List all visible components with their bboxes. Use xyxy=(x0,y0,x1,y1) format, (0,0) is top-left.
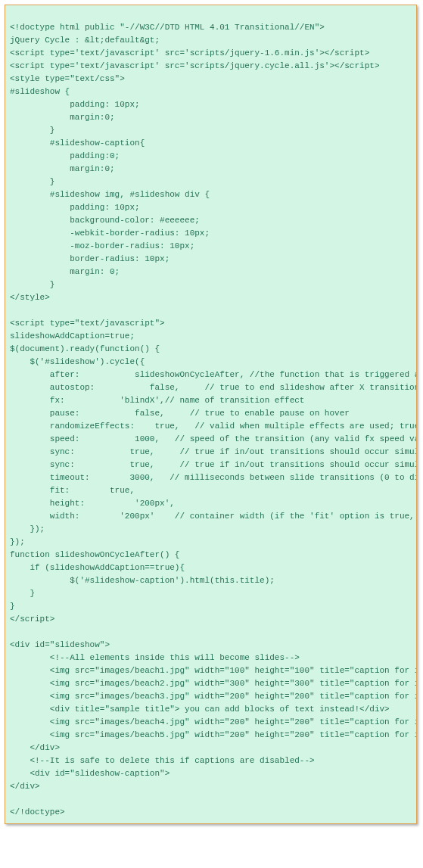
code-line: autostop: false, // true to end slidesho… xyxy=(10,383,417,392)
code-line: <!--All elements inside this will become… xyxy=(10,653,300,662)
code-line: } xyxy=(10,602,15,611)
code-line: } xyxy=(10,280,54,289)
code-line: <div title="sample title"> you can add b… xyxy=(10,705,390,714)
code-line: </style> xyxy=(10,293,50,302)
code-line: $('#slideshow').cycle({ xyxy=(10,357,145,366)
code-line: </script> xyxy=(10,614,54,624)
code-line: $(document).ready(function() { xyxy=(10,344,160,353)
code-line: margin:0; xyxy=(10,164,115,173)
code-line: sync: true, // true if in/out transition… xyxy=(10,447,417,456)
code-line: </!doctype> xyxy=(10,807,65,817)
code-line: }); xyxy=(10,537,25,546)
code-line: } xyxy=(10,126,54,135)
code-line: width: '200px' // container width (if th… xyxy=(10,512,417,521)
code-line: #slideshow-caption{ xyxy=(10,138,145,148)
code-line: if (slideshowAddCaption==true){ xyxy=(10,563,185,572)
code-line: </div> xyxy=(10,743,60,752)
code-line: <script type='text/javascript' src='scri… xyxy=(10,61,379,70)
code-line: jQuery Cycle : &lt;default&gt; xyxy=(10,36,160,45)
code-line: }); xyxy=(10,524,45,534)
code-line: background-color: #eeeeee; xyxy=(10,216,200,225)
code-line: margin:0; xyxy=(10,113,115,122)
code-line: timeout: 3000, // milliseconds between s… xyxy=(10,473,417,482)
code-line: sync: true, // true if in/out transition… xyxy=(10,460,417,469)
code-line: <style type="text/css"> xyxy=(10,74,125,83)
code-line: <img src="images/beach4.jpg" width="200"… xyxy=(10,717,417,726)
code-line: -webkit-border-radius: 10px; xyxy=(10,229,210,238)
code-line: after: slideshowOnCycleAfter, //the func… xyxy=(10,370,417,379)
code-line: padding:0; xyxy=(10,151,120,160)
code-line: height: '200px', xyxy=(10,499,175,508)
code-line: speed: 1000, // speed of the transition … xyxy=(10,434,417,443)
code-line: <div id="slideshow-caption"> xyxy=(10,769,170,778)
code-line: <div id="slideshow"> xyxy=(10,640,110,649)
code-line: <!--It is safe to delete this if caption… xyxy=(10,756,315,765)
code-line: randomizeEffects: true, // valid when mu… xyxy=(10,422,417,431)
code-line: <script type='text/javascript' src='scri… xyxy=(10,48,369,58)
code-line: } xyxy=(10,177,54,186)
code-line: pause: false, // true to enable pause on… xyxy=(10,409,350,418)
code-line: slideshowAddCaption=true; xyxy=(10,331,135,341)
code-line: <img src="images/beach5.jpg" width="200"… xyxy=(10,730,417,739)
code-line: fx: 'blindX',// name of transition effec… xyxy=(10,396,304,405)
code-line: -moz-border-radius: 10px; xyxy=(10,241,194,250)
code-line: border-radius: 10px; xyxy=(10,254,170,263)
code-block: <!doctype html public "-//W3C//DTD HTML … xyxy=(5,5,417,824)
code-line: <img src="images/beach1.jpg" width="100"… xyxy=(10,666,417,675)
code-line: } xyxy=(10,589,35,598)
code-line: #slideshow { xyxy=(10,87,70,96)
code-line: padding: 10px; xyxy=(10,100,140,109)
code-line: <img src="images/beach3.jpg" width="200"… xyxy=(10,692,417,701)
code-line: padding: 10px; xyxy=(10,203,140,212)
code-line: <!doctype html public "-//W3C//DTD HTML … xyxy=(10,23,325,32)
code-line: fit: true, xyxy=(10,486,135,495)
code-line: margin: 0; xyxy=(10,267,120,276)
code-line: function slideshowOnCycleAfter() { xyxy=(10,550,179,559)
code-line: <img src="images/beach2.jpg" width="300"… xyxy=(10,679,417,688)
code-line: $('#slideshow-caption').html(this.title)… xyxy=(10,576,275,585)
code-line: </div> xyxy=(10,782,40,791)
code-line: #slideshow img, #slideshow div { xyxy=(10,190,210,199)
code-line: <script type="text/javascript"> xyxy=(10,319,165,328)
